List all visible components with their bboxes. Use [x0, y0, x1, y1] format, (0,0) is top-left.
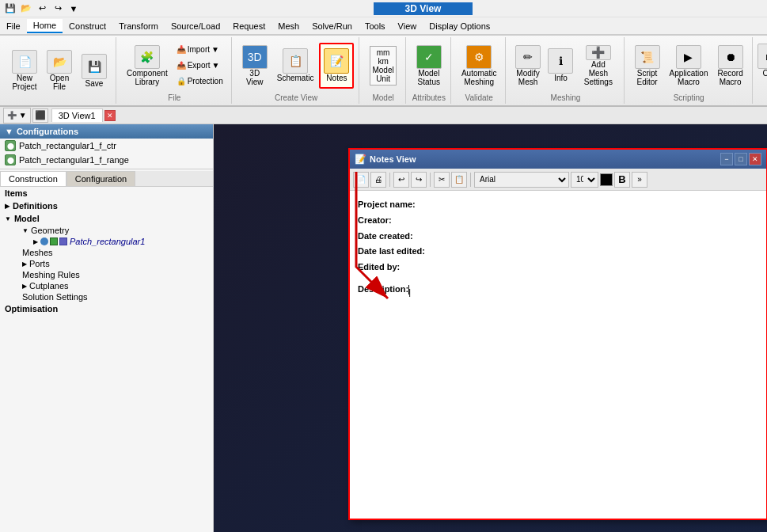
cutplanes-item[interactable]: ▶ Cutplanes	[0, 280, 213, 291]
import-button[interactable]: 📥 Import ▼	[173, 43, 226, 57]
right-panel: Y X Z 📝 Notes View − □ ✕	[214, 124, 767, 532]
minimize-button[interactable]: −	[720, 153, 733, 165]
model-status-button[interactable]: ✓ ModelStatus	[412, 43, 446, 89]
record-macro-label: RecordMacro	[717, 69, 742, 86]
toolbar-undo-btn[interactable]: ↩	[393, 172, 409, 188]
maximize-button[interactable]: □	[735, 153, 747, 165]
solution-settings-item[interactable]: Solution Settings	[0, 291, 213, 302]
model-unit-button[interactable]: mmkmModelUnit	[366, 43, 400, 89]
qa-open-btn[interactable]: 📂	[19, 2, 33, 16]
menu-view[interactable]: View	[392, 20, 423, 32]
new-project-button[interactable]: 📄 NewProject	[8, 48, 41, 93]
tab-construction[interactable]: Construction	[0, 171, 66, 186]
ribbon-group-create-view: 3D 3DView 📋 Schematic 📝 Notes Create Vie…	[234, 37, 360, 104]
toolbar-copy-btn[interactable]: 📋	[451, 172, 467, 188]
protection-label: Protection	[188, 77, 223, 86]
qa-undo-btn[interactable]: ↩	[35, 2, 49, 16]
font-size-select[interactable]: 10 12 14	[571, 172, 598, 188]
component-library-button[interactable]: 🧩 ComponentLibrary	[123, 43, 172, 89]
menu-tools[interactable]: Tools	[359, 20, 392, 32]
tab-3d-view1[interactable]: 3D View1	[51, 108, 103, 122]
record-macro-button[interactable]: ⏺ RecordMacro	[713, 43, 746, 89]
menu-construct[interactable]: Construct	[63, 20, 112, 32]
export-button[interactable]: 📤 Export ▼	[173, 59, 226, 73]
ports-item[interactable]: ▶ Ports	[0, 258, 213, 269]
save-button[interactable]: 💾 Save	[78, 48, 111, 93]
ribbon-group-attributes: ✓ ModelStatus Attributes	[408, 37, 451, 104]
info-button[interactable]: ℹ Info	[545, 43, 576, 89]
notes-content[interactable]: Project name: Creator: Date created: Dat…	[350, 191, 766, 519]
open-file-button[interactable]: 📂 OpenFile	[43, 48, 76, 93]
patch-item[interactable]: ▶ Patch_rectangular1	[0, 236, 213, 247]
schematic-icon: 📋	[283, 48, 308, 74]
geometry-item[interactable]: ▼ Geometry	[0, 225, 213, 236]
cab-icon: 🗂	[758, 44, 767, 69]
meshing-rules-label: Meshing Rules	[22, 270, 80, 279]
tab-close-btn[interactable]: ✕	[104, 110, 116, 121]
bold-btn[interactable]: B	[614, 172, 630, 188]
ribbon-group-file-basic: 📄 NewProject 📂 OpenFile 💾 Save	[3, 37, 116, 104]
ribbon: 📄 NewProject 📂 OpenFile 💾 Save 🧩 Compone…	[0, 36, 767, 107]
menu-request[interactable]: Request	[226, 20, 271, 32]
meshes-item[interactable]: Meshes	[0, 247, 213, 258]
config-name-1: Patch_rectangular1_f_ctr	[19, 141, 116, 150]
scripting-label: Scripting	[674, 92, 704, 102]
toolbar-print-btn[interactable]: 🖨	[370, 172, 386, 188]
add-mesh-settings-button[interactable]: ➕ Add MeshSettings	[578, 43, 618, 89]
menu-transform[interactable]: Transform	[112, 20, 165, 32]
automatic-meshing-label: AutomaticMeshing	[461, 69, 496, 86]
model-arrow: ▼	[5, 215, 11, 222]
geometry-label: Geometry	[31, 226, 69, 235]
notes-button[interactable]: 📝 Notes	[319, 43, 354, 89]
menu-mesh[interactable]: Mesh	[271, 20, 306, 32]
new-project-icon: 📄	[12, 50, 37, 74]
tree: ▶ Definitions ▼ Model ▼ Geometry ▶	[0, 200, 213, 315]
more-btn[interactable]: »	[632, 172, 647, 188]
notes-dialog-title: Notes View	[370, 154, 416, 164]
open-file-icon: 📂	[47, 50, 72, 74]
font-select[interactable]: Arial	[474, 172, 569, 188]
save-label: Save	[85, 79, 104, 88]
cab-label: Cab	[763, 69, 767, 78]
script-editor-button[interactable]: 📜 ScriptEditor	[631, 43, 664, 89]
panel-toggle-btn[interactable]: ⬛	[32, 108, 48, 123]
application-macro-button[interactable]: ▶ ApplicationMacro	[666, 43, 712, 89]
menu-source-load[interactable]: Source/Load	[165, 20, 226, 32]
qa-redo-btn[interactable]: ↪	[51, 2, 65, 16]
modify-mesh-label: ModifyMesh	[516, 69, 539, 86]
config-item-2[interactable]: ⬤ Patch_rectangular1_f_range	[0, 153, 213, 167]
patch-icon-blue	[59, 238, 67, 245]
toolbar-redo-btn[interactable]: ↪	[411, 172, 427, 188]
automatic-meshing-button[interactable]: ⚙ AutomaticMeshing	[458, 43, 500, 89]
patch-icon-circle	[40, 238, 48, 245]
ribbon-group-file: 🧩 ComponentLibrary 📥 Import ▼ 📤 Export ▼	[118, 37, 232, 104]
font-color-btn[interactable]	[600, 173, 613, 186]
cab-button[interactable]: 🗂 Cab	[754, 37, 767, 83]
qa-save-btn[interactable]: 💾	[3, 2, 17, 16]
menu-file[interactable]: File	[0, 20, 27, 32]
toolbar-new-btn[interactable]: 📄	[353, 172, 369, 188]
modify-mesh-button[interactable]: ✏ ModifyMesh	[512, 43, 543, 89]
toolbar-cut-btn[interactable]: ✂	[434, 172, 450, 188]
close-button[interactable]: ✕	[749, 153, 761, 165]
model-header[interactable]: ▼ Model	[0, 212, 213, 225]
configurations-label: Configurations	[17, 127, 78, 136]
patch-icon-green	[50, 238, 58, 245]
config-item-1[interactable]: ⬤ Patch_rectangular1_f_ctr	[0, 139, 213, 153]
protection-button[interactable]: 🔒 Protection	[173, 74, 226, 89]
qa-more-btn[interactable]: ▼	[66, 2, 81, 16]
optimisation-item[interactable]: Optimisation	[0, 302, 213, 315]
protection-icon: 🔒	[177, 77, 186, 86]
menu-home[interactable]: Home	[27, 19, 63, 33]
menu-solve-run[interactable]: Solve/Run	[306, 20, 359, 32]
schematic-button[interactable]: 📋 Schematic	[273, 43, 318, 89]
notes-dialog: 📝 Notes View − □ ✕ 📄 🖨 ↩ ↪ ✂ 📋	[348, 148, 767, 520]
definitions-header[interactable]: ▶ Definitions	[0, 200, 213, 212]
menu-display-options[interactable]: Display Options	[423, 20, 496, 32]
patch-label: Patch_rectangular1	[70, 237, 145, 246]
meshing-rules-item[interactable]: Meshing Rules	[0, 269, 213, 280]
3d-view-button[interactable]: 3D 3DView	[238, 43, 271, 89]
add-btn[interactable]: ➕ ▼	[3, 108, 31, 124]
tab-configuration[interactable]: Configuration	[66, 171, 135, 186]
script-editor-icon: 📜	[635, 45, 660, 69]
